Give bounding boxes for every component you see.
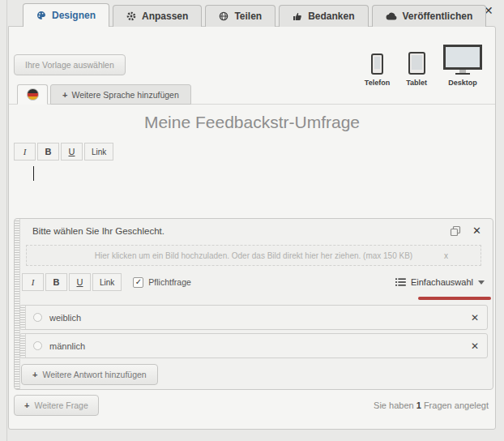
device-phone[interactable]: Telefon [365,54,390,87]
underline-button[interactable]: U [69,273,91,291]
question-type-dropdown[interactable]: Einfachauswahl [395,275,485,289]
status-prefix: Sie haben [374,400,414,410]
main-tabbar: Designen Anpassen Teilen Bedanken Veröff… [23,3,489,27]
link-button[interactable]: Link [84,143,113,161]
list-icon [395,275,406,289]
answer-label[interactable]: weiblich [49,313,471,323]
question-type-label: Einfachauswahl [411,277,473,287]
status-suffix: Fragen angelegt [424,400,489,410]
gear-icon [126,11,136,21]
remove-answer-icon[interactable]: ✕ [471,313,479,323]
tab-label: Veröffentlichen [403,11,473,22]
plus-icon: + [62,90,67,100]
dismiss-upload-icon[interactable]: x [444,251,448,260]
radio-icon[interactable] [33,313,42,322]
title-format-toolbar: I B U Link [14,143,115,161]
add-language-label: Weitere Sprache hinzufügen [71,90,178,100]
survey-title[interactable]: Meine Feedbackstr-Umfrage [9,113,495,132]
palette-icon [36,11,46,20]
question-type-highlight [418,297,491,300]
chevron-down-icon [478,280,485,285]
phone-icon [371,54,383,75]
drag-handle[interactable] [15,219,20,389]
checkbox-checked[interactable]: ✓ [133,277,143,288]
language-tabbar: + Weitere Sprache hinzufügen [17,84,495,105]
survey-editor: Designen Anpassen Teilen Bedanken Veröff… [0,0,504,441]
tablet-icon [408,52,425,75]
text-cursor [33,166,34,181]
add-question-label: Weitere Frage [34,400,88,410]
bold-button[interactable]: B [45,273,67,291]
remove-answer-icon[interactable]: ✕ [471,341,479,351]
add-language-tab[interactable]: + Weitere Sprache hinzufügen [50,84,191,105]
tab-label: Anpassen [142,11,188,22]
device-desktop[interactable]: Desktop [443,45,482,87]
question-toolbar: I B U Link ✓ Pflichtfrage Einfachauswahl [22,272,485,292]
duplicate-icon[interactable] [450,225,461,237]
status-count: 1 [416,400,421,410]
german-flag-icon [27,88,39,101]
cloud-icon [386,12,397,20]
left-divider [6,0,7,441]
question-count-status: Sie haben 1 Fragen angelegt [374,400,489,410]
question-text[interactable]: Bitte wählen Sie Ihr Geschlecht. [32,226,450,236]
tab-bedanken[interactable]: Bedanken [279,5,368,27]
globe-share-icon [219,11,229,21]
editor-panel: Ihre Vorlage auswählen Telefon Tablet De… [8,26,496,430]
tab-label: Teilen [234,11,262,22]
device-tablet[interactable]: Tablet [406,52,427,87]
answer-row: weiblich ✕ [19,305,488,330]
italic-button[interactable]: I [14,143,36,161]
question-header: Bitte wählen Sie Ihr Geschlecht. ✕ [21,219,486,242]
tab-label: Designen [52,10,96,21]
answer-row: männlich ✕ [19,333,488,358]
plus-icon: + [32,370,37,379]
tab-label: Bedanken [308,11,354,22]
device-preview-switcher: Telefon Tablet Desktop [365,45,482,87]
tab-anpassen[interactable]: Anpassen [113,5,202,27]
mandatory-checkbox-group[interactable]: ✓ Pflichtfrage [133,277,191,288]
delete-question-icon[interactable]: ✕ [472,225,481,236]
underline-button[interactable]: U [61,143,83,161]
radio-icon[interactable] [33,341,42,350]
choose-template-button[interactable]: Ihre Vorlage auswählen [14,54,126,75]
mandatory-label: Pflichtfrage [148,277,191,287]
link-button[interactable]: Link [92,273,122,291]
drag-handle[interactable] [20,334,26,358]
tab-designen[interactable]: Designen [23,3,109,27]
tab-teilen[interactable]: Teilen [205,5,275,27]
add-question-button[interactable]: + Weitere Frage [14,395,99,416]
answer-label[interactable]: männlich [49,341,471,351]
desktop-icon [443,45,482,75]
bold-button[interactable]: B [37,143,59,161]
add-answer-button[interactable]: + Weitere Antwort hinzufügen [21,364,158,385]
drag-handle[interactable] [20,306,26,329]
thumbs-up-icon [293,11,302,21]
plus-icon: + [24,400,29,410]
image-upload-dropzone[interactable]: Hier klicken um ein Bild hochzuladen. Od… [26,245,481,266]
italic-button[interactable]: I [22,273,44,291]
language-tab-german[interactable] [17,84,48,105]
add-answer-label: Weitere Antwort hinzufügen [42,370,146,379]
tab-veroeffentlichen[interactable]: Veröffentlichen [372,5,487,27]
question-card: Bitte wählen Sie Ihr Geschlecht. ✕ Hier … [14,218,493,390]
upload-hint: Hier klicken um ein Bild hochzuladen. Od… [95,251,412,260]
